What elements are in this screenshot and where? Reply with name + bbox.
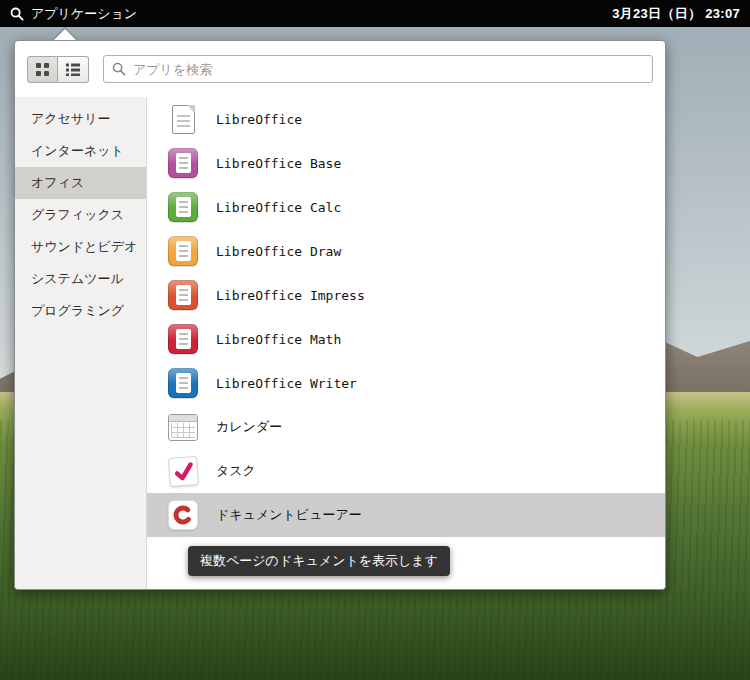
app-label: LibreOffice: [216, 112, 302, 127]
app-row-document-viewer[interactable]: ドキュメントビューアー: [147, 493, 665, 537]
libreoffice-writer-icon: [167, 367, 199, 399]
sidebar-item-system-tools[interactable]: システムツール: [15, 263, 146, 295]
app-label: LibreOffice Base: [216, 156, 341, 171]
libreoffice-math-icon: [167, 323, 199, 355]
sidebar-item-accessories[interactable]: アクセサリー: [15, 103, 146, 135]
app-label: タスク: [216, 462, 256, 480]
search-icon: [10, 7, 24, 21]
app-search-box: [103, 55, 653, 83]
app-search-input[interactable]: [133, 62, 644, 77]
libreoffice-base-icon: [167, 147, 199, 179]
app-row-libreoffice-math[interactable]: LibreOffice Math: [147, 317, 665, 361]
view-toggle-group: [27, 56, 89, 83]
search-icon: [112, 62, 126, 76]
app-row-calendar[interactable]: カレンダー: [147, 405, 665, 449]
sidebar-item-internet[interactable]: インターネット: [15, 135, 146, 167]
tooltip: 複数ページのドキュメントを表示します: [188, 546, 450, 576]
list-view-button[interactable]: [58, 56, 89, 83]
list-view-icon: [66, 63, 80, 76]
sidebar-item-graphics[interactable]: グラフィックス: [15, 199, 146, 231]
document-viewer-icon: [167, 499, 199, 531]
applications-menu-button[interactable]: アプリケーション: [0, 0, 147, 27]
popover-header: [15, 41, 665, 97]
popover-arrow: [54, 29, 76, 40]
app-row-libreoffice-impress[interactable]: LibreOffice Impress: [147, 273, 665, 317]
app-label: LibreOffice Calc: [216, 200, 341, 215]
app-label: LibreOffice Writer: [216, 376, 357, 391]
grid-view-button[interactable]: [27, 56, 58, 83]
libreoffice-calc-icon: [167, 191, 199, 223]
calendar-icon: [167, 411, 199, 443]
top-bar: アプリケーション 3月23日（日） 23:07: [0, 0, 750, 27]
app-row-libreoffice-calc[interactable]: LibreOffice Calc: [147, 185, 665, 229]
app-label: LibreOffice Math: [216, 332, 341, 347]
clock[interactable]: 3月23日（日） 23:07: [612, 5, 750, 23]
libreoffice-draw-icon: [167, 235, 199, 267]
sidebar-item-office[interactable]: オフィス: [15, 167, 146, 199]
sidebar-item-programming[interactable]: プログラミング: [15, 295, 146, 327]
screen: アプリケーション 3月23日（日） 23:07: [0, 0, 750, 680]
app-row-tasks[interactable]: タスク: [147, 449, 665, 493]
app-label: カレンダー: [216, 418, 282, 436]
application-list: LibreOffice LibreOffice Base LibreOffice…: [147, 97, 665, 589]
grid-view-icon: [36, 63, 49, 76]
app-row-libreoffice-base[interactable]: LibreOffice Base: [147, 141, 665, 185]
app-row-libreoffice-draw[interactable]: LibreOffice Draw: [147, 229, 665, 273]
app-row-libreoffice-writer[interactable]: LibreOffice Writer: [147, 361, 665, 405]
app-label: ドキュメントビューアー: [216, 506, 362, 524]
app-row-libreoffice[interactable]: LibreOffice: [147, 97, 665, 141]
libreoffice-impress-icon: [167, 279, 199, 311]
popover-body: アクセサリー インターネット オフィス グラフィックス サウンドとビデオ システ…: [15, 97, 665, 589]
tasks-icon: [167, 455, 199, 487]
app-label: LibreOffice Draw: [216, 244, 341, 259]
category-sidebar: アクセサリー インターネット オフィス グラフィックス サウンドとビデオ システ…: [15, 97, 147, 589]
libreoffice-icon: [167, 103, 199, 135]
app-label: LibreOffice Impress: [216, 288, 365, 303]
applications-menu-label: アプリケーション: [31, 5, 137, 23]
applications-popover: アクセサリー インターネット オフィス グラフィックス サウンドとビデオ システ…: [14, 40, 666, 590]
sidebar-item-sound-video[interactable]: サウンドとビデオ: [15, 231, 146, 263]
